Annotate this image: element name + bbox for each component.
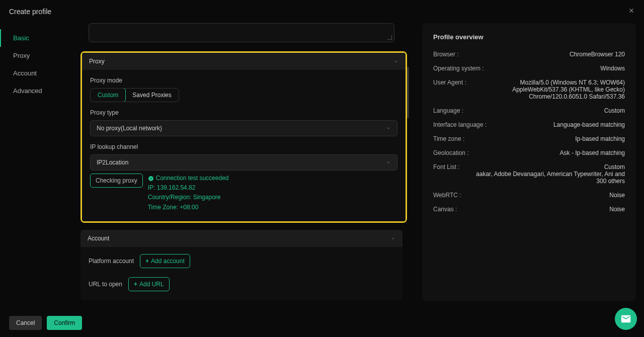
overview-value: Language-based matching [553, 121, 625, 128]
overview-row-ua: User Agent : Mozilla/5.0 (Windows NT 6.3… [433, 79, 625, 100]
overview-label: WebRTC : [433, 192, 461, 199]
overview-label: Font List : [433, 163, 460, 185]
check-region: Country/Region: Singapore [148, 193, 229, 202]
overview-row-browser: Browser : ChromeBrowser 120 [433, 51, 625, 58]
add-url-button[interactable]: +Add URL [128, 277, 170, 291]
overview-value: Custom aakar, Adobe Devanagari, American… [470, 163, 625, 185]
platform-account-label: Platform account [89, 258, 134, 265]
overview-value: Ask - Ip-based matching [560, 149, 625, 156]
plus-icon: + [145, 258, 149, 265]
overview-row-webrtc: WebRTC : Noise [433, 192, 625, 199]
proxy-section-header[interactable]: Proxy [82, 53, 406, 70]
overview-value: Windows [600, 65, 625, 72]
add-account-label: Add account [151, 258, 185, 265]
overview-row-fontlist: Font List : Custom aakar, Adobe Devanaga… [433, 163, 625, 185]
proxy-type-select[interactable]: No proxy(Local network) [90, 120, 397, 136]
proxy-type-label: Proxy type [90, 109, 397, 116]
overview-value: Mozilla/5.0 (Windows NT 6.3; WOW64) Appl… [476, 79, 625, 100]
account-section: Account Platform account +Add account UR… [80, 230, 403, 300]
overview-value: Noise [609, 206, 625, 213]
chat-fab-button[interactable] [615, 308, 637, 330]
proxy-mode-label: Proxy mode [90, 77, 397, 84]
overview-label: Time zone : [433, 135, 464, 142]
overview-title: Profile overview [433, 33, 625, 41]
ip-lookup-value: IP2Location [97, 159, 128, 166]
overview-label: Operating system : [433, 65, 484, 72]
mail-icon [620, 313, 631, 324]
checkmark-icon [148, 176, 154, 182]
overview-row-timezone: Time zone : Ip-based matching [433, 135, 625, 142]
account-section-title: Account [88, 235, 109, 242]
chevron-down-icon [390, 236, 395, 241]
overview-row-interface-language: Interface language : Language-based matc… [433, 121, 625, 128]
overview-value: Ip-based matching [575, 135, 625, 142]
overview-label: Browser : [433, 51, 459, 58]
overview-label: Language : [433, 107, 463, 114]
profile-overview-panel: Profile overview Browser : ChromeBrowser… [422, 23, 636, 301]
close-icon[interactable] [628, 7, 635, 16]
add-url-label: Add URL [139, 281, 164, 288]
overview-row-geolocation: Geolocation : Ask - Ip-based matching [433, 149, 625, 156]
ip-lookup-label: IP lookup channel [90, 143, 397, 150]
chevron-down-icon [393, 59, 398, 64]
account-section-header[interactable]: Account [80, 230, 403, 247]
url-to-open-label: URL to open [89, 281, 122, 288]
plus-icon: + [134, 281, 137, 288]
chevron-down-icon [386, 160, 391, 165]
sidebar-item-account[interactable]: Account [0, 64, 80, 82]
proxy-check-result: Connection test succeeded IP: 139.162.54… [148, 174, 229, 212]
scrollbar[interactable] [407, 67, 409, 118]
check-status: Connection test succeeded [156, 174, 229, 183]
proxy-mode-custom[interactable]: Custom [90, 88, 126, 102]
notes-textarea[interactable] [89, 23, 394, 42]
overview-value: Custom [604, 107, 625, 114]
overview-label: Interface language : [433, 121, 487, 128]
proxy-section: Proxy Proxy mode Custom Saved Proxies Pr… [82, 53, 406, 221]
check-tz: Time Zone: +08:00 [148, 203, 229, 212]
sidebar-item-proxy[interactable]: Proxy [0, 47, 80, 64]
cancel-button[interactable]: Cancel [9, 316, 42, 330]
proxy-highlight: Proxy Proxy mode Custom Saved Proxies Pr… [80, 51, 407, 223]
check-ip: IP: 139.162.54.82 [148, 183, 229, 193]
ip-lookup-select[interactable]: IP2Location [90, 154, 397, 171]
page-title: Create profile [9, 8, 51, 16]
overview-value: ChromeBrowser 120 [570, 51, 625, 58]
overview-row-os: Operating system : Windows [433, 65, 625, 72]
chevron-down-icon [386, 126, 391, 131]
overview-label: User Agent : [433, 79, 466, 100]
checking-proxy-button[interactable]: Checking proxy [90, 174, 143, 188]
sidebar-item-basic[interactable]: Basic [0, 29, 80, 47]
sidebar-item-advanced[interactable]: Advanced [0, 82, 80, 100]
overview-value: Noise [609, 192, 625, 199]
sidebar: Basic Proxy Account Advanced [0, 23, 80, 304]
proxy-type-value: No proxy(Local network) [97, 125, 162, 132]
overview-label: Canvas : [433, 206, 457, 213]
confirm-button[interactable]: Confirm [47, 316, 82, 330]
overview-row-language: Language : Custom [433, 107, 625, 114]
proxy-section-title: Proxy [89, 58, 105, 65]
overview-row-canvas: Canvas : Noise [433, 206, 625, 213]
overview-label: Geolocation : [433, 149, 469, 156]
main-panel: Proxy Proxy mode Custom Saved Proxies Pr… [80, 23, 422, 304]
add-account-button[interactable]: +Add account [140, 254, 190, 268]
proxy-mode-saved[interactable]: Saved Proxies [125, 89, 178, 102]
proxy-mode-group: Custom Saved Proxies [90, 88, 179, 102]
